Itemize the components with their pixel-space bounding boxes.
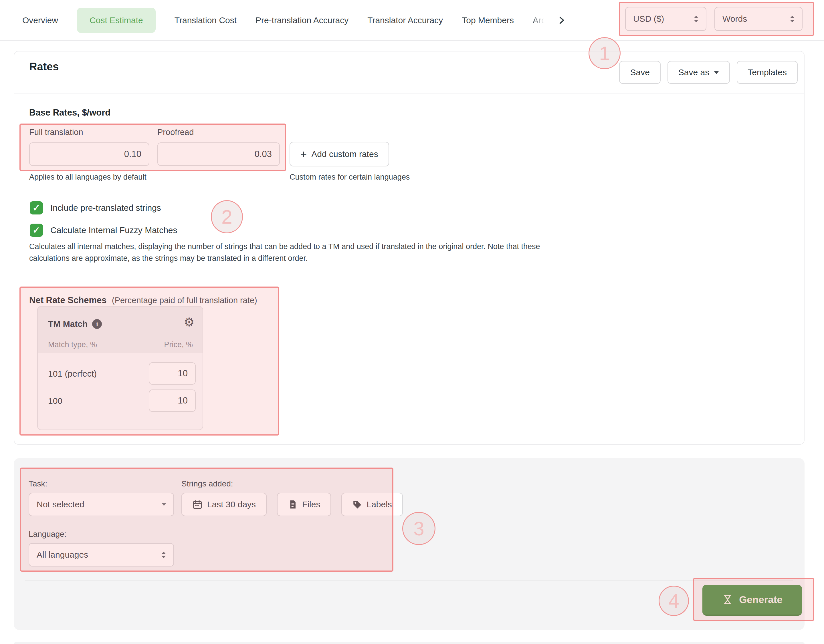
custom-rates-note: Custom rates for certain languages xyxy=(289,173,410,182)
task-value: Not selected xyxy=(37,500,85,509)
units-value: Words xyxy=(723,14,747,24)
tm-row-101-input[interactable] xyxy=(149,362,196,385)
language-select[interactable]: All languages xyxy=(29,543,174,566)
fuzzy-description: Calculates all internal matches, display… xyxy=(29,241,569,264)
language-value: All languages xyxy=(37,550,88,560)
file-icon xyxy=(288,500,298,509)
pretranslated-checkbox-row: ✓ Include pre-translated strings xyxy=(30,201,161,215)
net-rate-heading-row: Net Rate Schemes (Percentage paid of ful… xyxy=(29,295,257,305)
checkbox-checked-icon[interactable]: ✓ xyxy=(30,224,43,237)
tab-translation-cost[interactable]: Translation Cost xyxy=(175,15,237,25)
full-translation-label: Full translation xyxy=(29,127,83,137)
card-header-divider xyxy=(14,94,804,94)
rates-actions: Save Save as Templates xyxy=(619,61,798,84)
pretranslated-checkbox-label: Include pre-translated strings xyxy=(50,203,161,213)
tab-pre-translation-accuracy[interactable]: Pre-translation Accuracy xyxy=(255,15,349,25)
generate-button[interactable]: Generate xyxy=(703,585,802,616)
full-translation-input[interactable] xyxy=(29,143,149,166)
generate-label: Generate xyxy=(739,594,782,606)
labels-filter-label: Labels xyxy=(366,500,392,509)
checkbox-checked-icon[interactable]: ✓ xyxy=(30,201,43,215)
add-custom-rates-button[interactable]: + Add custom rates xyxy=(289,142,389,166)
gear-icon[interactable]: ⚙ xyxy=(184,316,195,328)
strings-added-filters: Last 30 days Files Labels xyxy=(181,493,403,516)
tab-overview[interactable]: Overview xyxy=(22,15,58,25)
tag-icon xyxy=(352,500,362,509)
tm-match-header: TM Match i ⚙ Match type, % Price, % xyxy=(38,307,203,353)
cost-estimate-page: Overview Cost Estimate Translation Cost … xyxy=(0,0,824,644)
generator-panel: Task: Not selected Strings added: Last 3… xyxy=(14,458,804,630)
files-filter-button[interactable]: Files xyxy=(277,493,331,516)
task-select[interactable]: Not selected xyxy=(29,493,174,516)
currency-value: USD ($) xyxy=(633,14,664,24)
caret-down-icon xyxy=(714,71,719,74)
tm-match-title: TM Match xyxy=(48,319,88,329)
net-rate-subheading: (Percentage paid of full translation rat… xyxy=(112,296,257,305)
tab-top-members[interactable]: Top Members xyxy=(462,15,514,25)
caret-down-icon xyxy=(162,503,166,506)
updown-caret-icon xyxy=(790,16,795,22)
proofread-input[interactable] xyxy=(157,143,280,166)
net-rate-heading: Net Rate Schemes xyxy=(29,295,107,305)
save-button[interactable]: Save xyxy=(619,61,660,84)
labels-filter-button[interactable]: Labels xyxy=(341,493,403,516)
info-icon[interactable]: i xyxy=(92,319,102,329)
save-as-label: Save as xyxy=(678,67,709,77)
chevron-right-icon[interactable] xyxy=(557,16,566,25)
fuzzy-checkbox-row: ✓ Calculate Internal Fuzzy Matches xyxy=(30,224,177,237)
base-rates-note: Applies to all languages by default xyxy=(29,173,146,182)
add-custom-rates-label: Add custom rates xyxy=(311,149,378,159)
fuzzy-checkbox-label: Calculate Internal Fuzzy Matches xyxy=(50,225,177,235)
base-rates-heading: Base Rates, $/word xyxy=(29,107,111,118)
date-range-filter-label: Last 30 days xyxy=(207,500,256,509)
templates-button[interactable]: Templates xyxy=(737,61,798,84)
tm-row-label: 100 xyxy=(48,396,62,406)
templates-label: Templates xyxy=(748,67,787,77)
price-column-header: Price, % xyxy=(164,340,193,349)
tm-row-100-input[interactable] xyxy=(149,389,196,412)
files-filter-label: Files xyxy=(302,500,320,509)
rates-title: Rates xyxy=(29,61,59,73)
tab-translator-accuracy[interactable]: Translator Accuracy xyxy=(367,15,443,25)
tm-match-card: TM Match i ⚙ Match type, % Price, % 101 … xyxy=(37,306,203,430)
updown-caret-icon xyxy=(161,552,166,558)
proofread-label: Proofread xyxy=(157,127,194,137)
match-type-column-header: Match type, % xyxy=(48,340,97,349)
tab-overflow-archived[interactable]: Arc xyxy=(533,15,546,25)
task-label: Task: xyxy=(29,479,47,488)
hourglass-icon xyxy=(722,594,733,606)
rates-card: Rates Save Save as Templates Base Rates,… xyxy=(14,51,804,445)
tm-match-title-row: TM Match i xyxy=(48,319,102,329)
tab-cost-estimate[interactable]: Cost Estimate xyxy=(77,8,156,33)
save-label: Save xyxy=(630,67,649,77)
calendar-icon xyxy=(192,499,203,510)
save-as-button[interactable]: Save as xyxy=(667,61,730,84)
panel-divider xyxy=(25,580,793,581)
strings-added-label: Strings added: xyxy=(181,479,233,488)
currency-select[interactable]: USD ($) xyxy=(625,7,706,31)
updown-caret-icon xyxy=(694,16,698,22)
next-section-edge xyxy=(14,642,804,644)
tm-row-label: 101 (perfect) xyxy=(48,369,97,379)
units-select[interactable]: Words xyxy=(715,7,802,31)
date-range-filter-button[interactable]: Last 30 days xyxy=(181,493,267,516)
language-label: Language: xyxy=(29,530,66,539)
